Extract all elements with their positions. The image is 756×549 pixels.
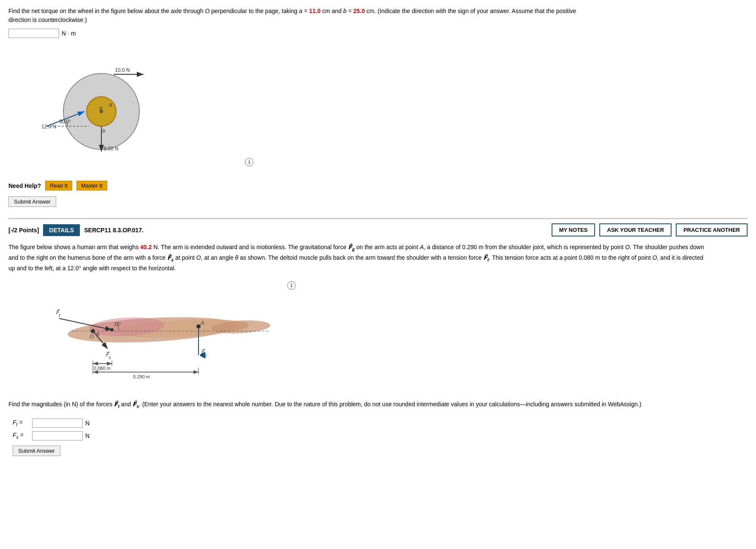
a-value: 11.0 bbox=[309, 8, 321, 14]
ft-unit: N bbox=[85, 420, 90, 427]
torque-unit: N · m bbox=[62, 30, 76, 37]
wheel-diagram-area: o a b 10.0 N 12.0 N 30.0° bbox=[8, 44, 748, 171]
section-divider bbox=[8, 218, 748, 219]
svg-text:θ: θ bbox=[96, 332, 99, 337]
svg-text:o: o bbox=[99, 105, 102, 111]
ft-input[interactable] bbox=[32, 419, 83, 428]
info-icon-1[interactable]: ℹ bbox=[245, 158, 253, 166]
need-help-label: Need Help? bbox=[8, 182, 41, 189]
svg-text:F⃗s: F⃗s bbox=[106, 351, 111, 360]
svg-text:a: a bbox=[109, 101, 112, 108]
svg-text:b: b bbox=[102, 128, 105, 134]
fs-input[interactable] bbox=[32, 431, 83, 440]
points-label: [-/2 Points] bbox=[8, 227, 39, 234]
find-text: Find the magnitudes (in N) of the forces… bbox=[8, 400, 705, 410]
torque-answer-input[interactable] bbox=[8, 29, 59, 38]
info-icon-2[interactable]: ℹ bbox=[287, 281, 296, 290]
svg-text:10.0 N: 10.0 N bbox=[115, 67, 130, 73]
fs-unit: N bbox=[85, 432, 90, 439]
svg-text:F⃗g: F⃗g bbox=[201, 349, 207, 357]
answers-section: Ft = N Fs = N Submit Answer bbox=[8, 419, 748, 456]
master-it-button[interactable]: Master It bbox=[76, 181, 107, 190]
arm-diagram: O A F⃗t 12° F⃗s θ F⃗g bbox=[34, 281, 279, 391]
b-value: 25.0 bbox=[354, 8, 365, 14]
ft-label: Ft = bbox=[13, 419, 30, 427]
svg-text:0.290 m: 0.290 m bbox=[133, 374, 150, 379]
practice-another-button[interactable]: PRACTICE ANOTHER bbox=[676, 223, 748, 236]
ask-teacher-button[interactable]: ASK YOUR TEACHER bbox=[599, 223, 672, 236]
svg-text:F⃗t: F⃗t bbox=[56, 309, 60, 318]
my-notes-button[interactable]: MY NOTES bbox=[552, 223, 596, 236]
svg-text:12.0 N: 12.0 N bbox=[41, 124, 56, 130]
wheel-diagram: o a b 10.0 N 12.0 N 30.0° bbox=[34, 44, 160, 171]
submit-button-2[interactable]: Submit Answer bbox=[13, 446, 60, 456]
problem2-header: [-/2 Points] DETAILS SERCP11 8.3.OP.017.… bbox=[8, 223, 748, 236]
problem1-text: Find the net torque on the wheel in the … bbox=[8, 7, 600, 24]
svg-text:O: O bbox=[90, 333, 94, 340]
fs-label: Fs = bbox=[13, 432, 30, 440]
problem-id: SERCP11 8.3.OP.017. bbox=[84, 227, 144, 234]
svg-text:30.0°: 30.0° bbox=[59, 119, 71, 125]
read-it-button[interactable]: Read It bbox=[45, 181, 72, 190]
submit-button[interactable]: Submit Answer bbox=[8, 196, 56, 207]
problem2-text: The figure below shows a human arm that … bbox=[8, 242, 705, 273]
details-button[interactable]: DETAILS bbox=[43, 224, 80, 236]
svg-text:9.00 N: 9.00 N bbox=[103, 146, 118, 152]
arm-diagram-area: O A F⃗t 12° F⃗s θ F⃗g bbox=[8, 281, 748, 391]
svg-text:0.080 m: 0.080 m bbox=[94, 366, 111, 371]
svg-text:A: A bbox=[200, 320, 204, 326]
